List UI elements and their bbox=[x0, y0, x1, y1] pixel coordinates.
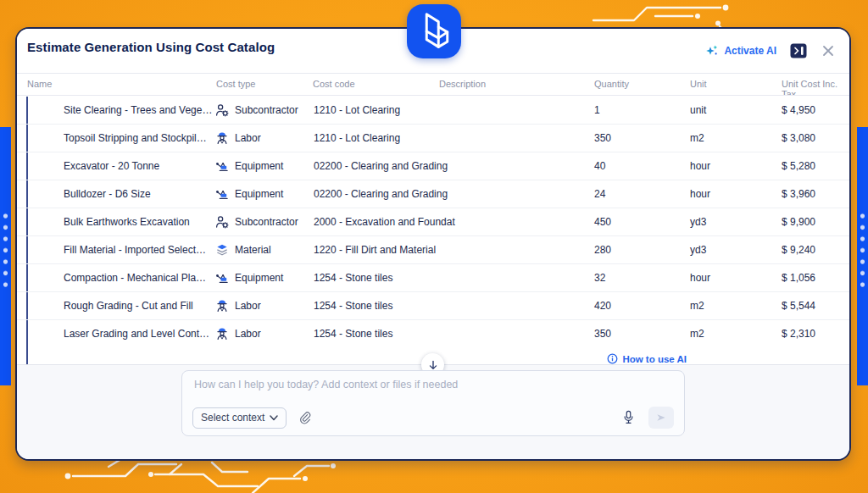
row-cost-code: 1254 - Stone tiles bbox=[314, 328, 392, 340]
column-header-cost-type: Cost type bbox=[216, 79, 255, 89]
sparkle-icon bbox=[705, 44, 719, 58]
right-edge-bar bbox=[857, 127, 868, 385]
microphone-icon bbox=[622, 410, 635, 426]
chat-input-container: Select context bbox=[181, 370, 685, 436]
row-cost-type: Subcontractor bbox=[235, 216, 298, 228]
open-side-panel-button[interactable] bbox=[790, 43, 807, 58]
row-quantity: 350 bbox=[594, 328, 611, 340]
table-row[interactable]: Bulk Earthworks Excavation Subcontractor… bbox=[17, 208, 849, 235]
labor-icon bbox=[214, 326, 230, 341]
row-name: Site Clearing - Trees and Vege… bbox=[64, 104, 212, 116]
side-panel-icon bbox=[790, 43, 807, 58]
row-unit-cost: $ 2,310 bbox=[782, 328, 815, 340]
select-context-label: Select context bbox=[201, 412, 264, 424]
row-cost-type: Equipment bbox=[235, 160, 283, 172]
close-button[interactable] bbox=[821, 43, 836, 58]
estimate-modal: Estimate Generation Using Cost Catalog A… bbox=[15, 27, 851, 461]
equipment-icon bbox=[214, 186, 230, 202]
row-quantity: 350 bbox=[594, 132, 611, 144]
row-name: Rough Grading - Cut and Fill bbox=[64, 300, 193, 312]
equipment-icon bbox=[214, 158, 230, 174]
row-unit-cost: $ 9,900 bbox=[782, 216, 815, 228]
send-button[interactable] bbox=[648, 407, 674, 429]
subcontractor-icon bbox=[214, 102, 230, 118]
table-header-row: Name Cost type Cost code Description Qua… bbox=[17, 74, 849, 95]
row-cost-code: 1210 - Lot Clearing bbox=[314, 132, 400, 144]
how-to-use-ai-label: How to use AI bbox=[622, 354, 687, 364]
logo-cube-icon bbox=[416, 11, 452, 52]
how-to-use-ai-link[interactable]: How to use AI bbox=[607, 353, 687, 364]
row-cost-type: Material bbox=[235, 244, 271, 256]
row-unit: m2 bbox=[690, 300, 704, 312]
row-quantity: 40 bbox=[594, 160, 605, 172]
left-edge-bar bbox=[0, 127, 11, 385]
row-cost-code: 1254 - Stone tiles bbox=[314, 300, 392, 312]
labor-icon bbox=[214, 298, 230, 313]
row-cost-code: 2000 - Excavation and Foundat bbox=[314, 216, 455, 228]
table-row[interactable]: Bulldozer - D6 Size Equipment 02200 - Cl… bbox=[17, 180, 849, 208]
table-row[interactable]: Fill Material - Imported Select… Materia… bbox=[17, 235, 849, 263]
right-dots-decoration bbox=[857, 210, 868, 291]
chevron-down-icon bbox=[270, 415, 278, 421]
page-background: Estimate Generation Using Cost Catalog A… bbox=[0, 0, 868, 493]
column-header-unit: Unit bbox=[690, 79, 707, 89]
table-row[interactable]: Excavator - 20 Tonne Equipment 02200 - C… bbox=[17, 152, 849, 180]
row-name: Bulk Earthworks Excavation bbox=[64, 216, 190, 228]
table-row[interactable]: Site Clearing - Trees and Vege… Subcontr… bbox=[17, 96, 849, 124]
row-cost-type: Equipment bbox=[235, 272, 283, 284]
row-name: Topsoil Stripping and Stockpil… bbox=[64, 132, 207, 144]
row-unit-cost: $ 9,240 bbox=[782, 244, 815, 256]
attach-file-button[interactable] bbox=[299, 411, 312, 425]
activate-ai-label: Activate AI bbox=[724, 45, 776, 57]
row-name: Bulldozer - D6 Size bbox=[64, 188, 151, 200]
table-row[interactable]: Laser Grading and Level Cont… Labor 1254… bbox=[17, 319, 849, 347]
row-cost-code: 1210 - Lot Clearing bbox=[314, 104, 400, 116]
info-icon bbox=[607, 353, 618, 364]
table-row[interactable]: Topsoil Stripping and Stockpil… Labor 12… bbox=[17, 124, 849, 152]
ai-chat-footer: How to use AI Select context bbox=[17, 365, 849, 459]
table-row[interactable]: Rough Grading - Cut and Fill Labor 1254 … bbox=[17, 291, 849, 319]
row-unit-cost: $ 4,950 bbox=[782, 104, 815, 116]
row-cost-type: Subcontractor bbox=[235, 104, 298, 116]
row-unit: hour bbox=[690, 160, 710, 172]
material-icon bbox=[214, 242, 230, 258]
arrow-down-icon bbox=[427, 359, 439, 371]
column-header-quantity: Quantity bbox=[594, 79, 629, 89]
row-name: Excavator - 20 Tonne bbox=[64, 160, 159, 172]
subcontractor-icon bbox=[214, 214, 230, 230]
row-unit-cost: $ 5,544 bbox=[782, 300, 815, 312]
row-unit: hour bbox=[690, 272, 710, 284]
row-cost-code: 02200 - Clearing and Grading bbox=[314, 188, 448, 200]
row-name: Laser Grading and Level Cont… bbox=[64, 328, 209, 340]
row-unit-cost: $ 5,280 bbox=[782, 160, 815, 172]
row-cost-type: Equipment bbox=[235, 188, 283, 200]
estimate-table-body: Site Clearing - Trees and Vege… Subcontr… bbox=[17, 96, 849, 347]
table-row[interactable]: Compaction - Mechanical Pla… Equipment 1… bbox=[17, 263, 849, 291]
row-unit-cost: $ 3,080 bbox=[782, 132, 815, 144]
left-dots-decoration bbox=[0, 210, 11, 291]
chat-input[interactable] bbox=[194, 379, 672, 402]
row-cost-type: Labor bbox=[235, 132, 261, 144]
equipment-icon bbox=[214, 270, 230, 285]
row-quantity: 24 bbox=[594, 188, 605, 200]
select-context-dropdown[interactable]: Select context bbox=[192, 407, 287, 429]
row-unit: yd3 bbox=[690, 216, 706, 228]
voice-input-button[interactable] bbox=[622, 410, 635, 426]
row-unit: m2 bbox=[690, 328, 704, 340]
row-unit-cost: $ 3,960 bbox=[782, 188, 815, 200]
send-icon bbox=[655, 412, 667, 424]
activate-ai-button[interactable]: Activate AI bbox=[705, 44, 776, 58]
row-cost-code: 1220 - Fill Dirt and Material bbox=[314, 244, 436, 256]
row-unit-cost: $ 1,056 bbox=[782, 272, 815, 284]
row-cost-code: 02200 - Clearing and Grading bbox=[314, 160, 448, 172]
row-quantity: 420 bbox=[594, 300, 611, 312]
column-header-name: Name bbox=[27, 79, 52, 89]
row-quantity: 280 bbox=[594, 244, 611, 256]
row-unit: unit bbox=[690, 104, 706, 116]
column-header-description: Description bbox=[439, 79, 486, 89]
row-unit: hour bbox=[690, 188, 710, 200]
row-name: Fill Material - Imported Select… bbox=[64, 244, 206, 256]
row-cost-type: Labor bbox=[235, 328, 261, 340]
row-quantity: 1 bbox=[594, 104, 600, 116]
close-icon bbox=[821, 43, 836, 58]
